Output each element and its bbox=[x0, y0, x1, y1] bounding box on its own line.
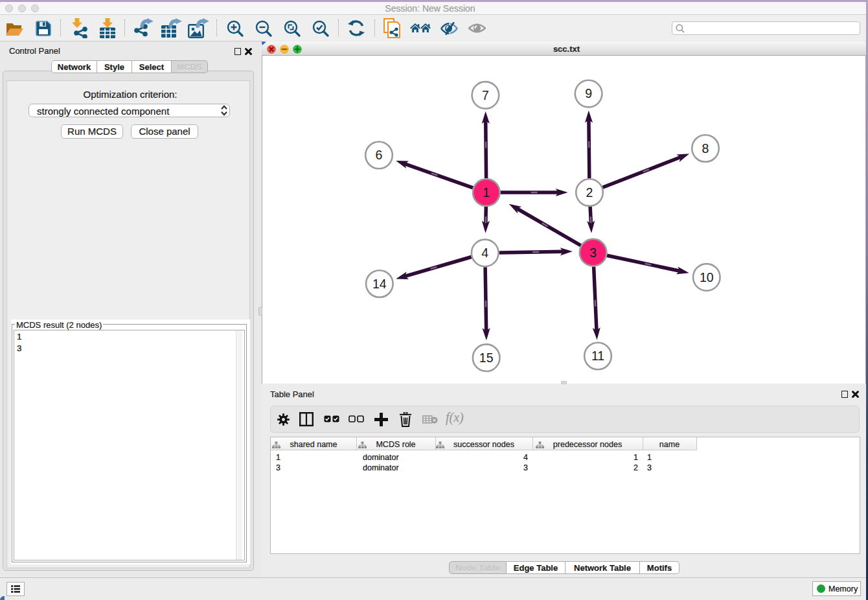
svg-text:4: 4 bbox=[481, 246, 488, 260]
svg-text:2: 2 bbox=[586, 185, 593, 200]
svg-text:3: 3 bbox=[589, 246, 597, 260]
svg-text:1: 1 bbox=[483, 185, 490, 200]
svg-text:7: 7 bbox=[482, 88, 489, 102]
svg-text:9: 9 bbox=[585, 86, 592, 100]
svg-text:10: 10 bbox=[700, 270, 714, 284]
svg-text:11: 11 bbox=[591, 349, 604, 363]
svg-text:6: 6 bbox=[376, 148, 383, 162]
svg-text:15: 15 bbox=[479, 351, 494, 365]
svg-text:8: 8 bbox=[702, 141, 709, 156]
svg-text:14: 14 bbox=[372, 277, 387, 291]
